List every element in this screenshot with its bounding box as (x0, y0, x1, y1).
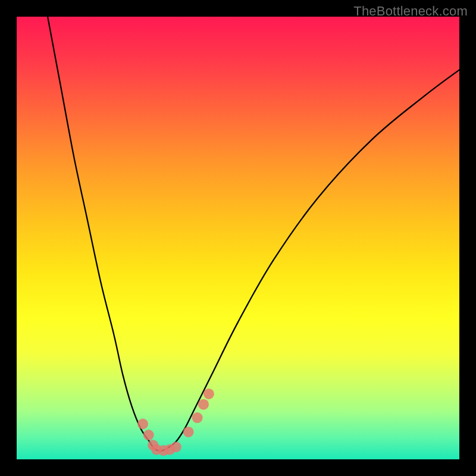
marker-cluster-right (203, 389, 214, 399)
marker-cluster-left (137, 419, 148, 430)
marker-cluster-right (192, 412, 203, 423)
marker-cluster-right (198, 399, 209, 410)
plot-area (17, 17, 459, 459)
marker-cluster-left (143, 430, 154, 440)
bottleneck-curve (48, 17, 459, 451)
marker-layer (137, 389, 214, 456)
watermark-text: TheBottleneck.com (353, 4, 468, 19)
curve-layer (48, 17, 459, 451)
marker-cluster-right (183, 427, 194, 437)
marker-cluster-left (171, 441, 181, 452)
chart-frame: TheBottleneck.com (0, 0, 476, 476)
chart-svg (17, 17, 459, 459)
